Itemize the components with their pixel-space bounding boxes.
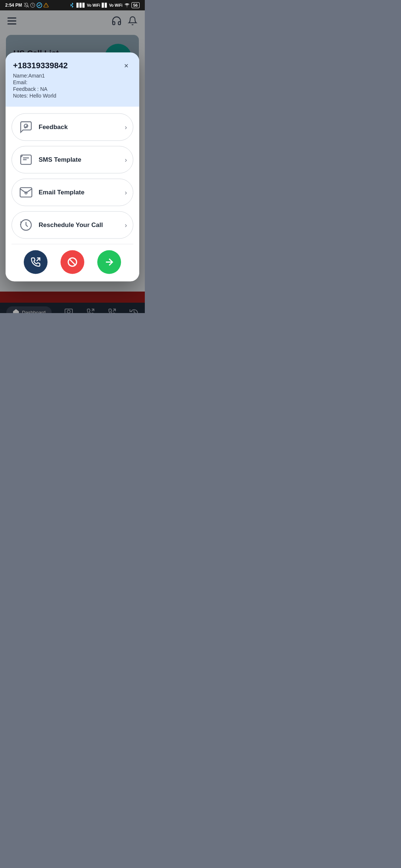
bluetooth-icon: [69, 2, 75, 8]
sms-template-icon: [18, 152, 34, 168]
svg-line-0: [24, 3, 29, 8]
sms-template-chevron: ›: [125, 156, 127, 164]
next-button[interactable]: [97, 250, 121, 274]
email-template-icon: [18, 184, 34, 201]
status-time: 2:54 PM: [5, 2, 49, 8]
wifi-icon: [124, 2, 130, 8]
block-button[interactable]: [61, 250, 84, 274]
email-template-label: Email Template: [39, 189, 84, 196]
feedback-chevron: ›: [125, 123, 127, 131]
reschedule-chevron: ›: [125, 221, 127, 229]
vo-wifi-label-2: Vo WiFi: [109, 3, 123, 7]
signal-bars: ▋▋▋: [76, 3, 85, 8]
email-template-menu-item[interactable]: Email Template ›: [12, 179, 133, 206]
svg-line-12: [69, 259, 76, 266]
signal-bars-2: ▋▋: [102, 3, 108, 8]
app-background: US Call List 100 Calls S +18319339842 Na…: [0, 10, 145, 313]
status-bar: 2:54 PM ▋▋▋ Vo WiFi ▋▋ Vo WiFi 56: [0, 0, 145, 10]
notification-icons: [24, 2, 49, 8]
callback-button[interactable]: [24, 250, 48, 274]
modal-contact-email: Email:: [13, 79, 132, 85]
reschedule-menu-item[interactable]: Reschedule Your Call ›: [12, 211, 133, 239]
svg-line-10: [37, 258, 40, 261]
sms-template-menu-item[interactable]: SMS Template ›: [12, 146, 133, 174]
modal-phone: +18319339842: [13, 61, 132, 70]
modal-contact-notes: Notes: Hello World: [13, 93, 132, 99]
email-template-chevron: ›: [125, 188, 127, 196]
feedback-menu-item[interactable]: Feedback ›: [12, 114, 133, 141]
reschedule-icon: [18, 217, 34, 233]
action-buttons-row: [12, 250, 133, 282]
modal-body: Feedback › SMS Template ›: [6, 107, 139, 282]
modal-close-button[interactable]: ×: [120, 59, 133, 72]
contact-modal: +18319339842 Name:Aman1 Email: Feedback …: [6, 53, 139, 282]
sms-template-label: SMS Template: [39, 156, 81, 164]
status-right-icons: ▋▋▋ Vo WiFi ▋▋ Vo WiFi 56: [69, 2, 140, 8]
battery-display: 56: [131, 2, 140, 8]
modal-contact-feedback: Feedback : NA: [13, 86, 132, 92]
reschedule-label: Reschedule Your Call: [39, 221, 103, 229]
modal-contact-name: Name:Aman1: [13, 73, 132, 79]
vo-wifi-label: Vo WiFi: [87, 3, 100, 7]
feedback-label: Feedback: [39, 124, 68, 131]
svg-point-5: [127, 7, 127, 7]
feedback-icon: [18, 119, 34, 135]
action-divider: [12, 244, 133, 244]
time-display: 2:54 PM: [5, 3, 22, 8]
modal-header: +18319339842 Name:Aman1 Email: Feedback …: [6, 53, 139, 107]
